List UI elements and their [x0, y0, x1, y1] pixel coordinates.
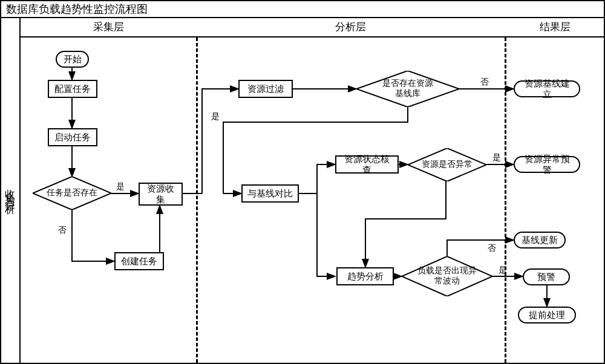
preprocess-node: 提前处理 [518, 307, 576, 323]
start-node: 开始 [56, 51, 89, 68]
label-yes: 是 [116, 181, 125, 192]
baseline-build-node: 资源基线建立 [514, 80, 580, 97]
label-no: 否 [58, 225, 67, 236]
warn-node: 预警 [523, 268, 570, 285]
load-abnormal-text: 负载是否出现异 常波动 [411, 266, 483, 287]
label-yes: 是 [499, 265, 507, 276]
res-abnormal-text: 资源是否异常 [416, 160, 479, 170]
check-node: 资源状态核查 [335, 155, 399, 174]
task-exist-decision: 任务是否存在 [33, 177, 111, 210]
baseline-exist-text: 是否存在资源 基线库 [376, 79, 439, 99]
trend-node: 趋势分析 [336, 267, 394, 285]
config-task-node: 配置任务 [48, 80, 97, 98]
res-abnormal-decision: 资源是否异常 [408, 148, 486, 181]
baseline-update-node: 基线更新 [514, 232, 566, 249]
abnormal-warn-node: 资源异常预警 [514, 156, 580, 173]
diagram-canvas: 开始 配置任务 启动任务 任务是否存在 资源收集 创建任务 资源过滤 是否存在资… [21, 37, 604, 363]
label-yes: 是 [211, 111, 220, 122]
side-label-text: 收集与分析 [4, 181, 18, 200]
flowchart-container: 数据库负载趋势性监控流程图 收集与分析 采集层 分析层 结果层 [0, 0, 605, 364]
load-abnormal-decision: 负载是否出现异 常波动 [402, 256, 492, 296]
label-yes: 是 [492, 152, 501, 163]
compare-node: 与基线对比 [241, 184, 299, 203]
swimlane-side-label: 收集与分析 [1, 18, 21, 363]
swimlane-headers: 采集层 分析层 结果层 [21, 18, 604, 37]
filter-node: 资源过滤 [238, 80, 293, 98]
label-no: 否 [480, 77, 489, 88]
baseline-exist-decision: 是否存在资源 基线库 [356, 71, 459, 107]
title-bar: 数据库负载趋势性监控流程图 [1, 1, 604, 18]
label-no: 否 [488, 243, 496, 254]
collect-node: 资源收集 [139, 183, 183, 206]
header-layer1: 采集层 [21, 18, 196, 37]
launch-task-node: 启动任务 [48, 128, 97, 146]
create-task-node: 创建任务 [114, 252, 164, 270]
header-layer3: 结果层 [505, 18, 605, 37]
task-exist-text: 任务是否存在 [41, 188, 103, 198]
header-layer2: 分析层 [196, 18, 505, 37]
